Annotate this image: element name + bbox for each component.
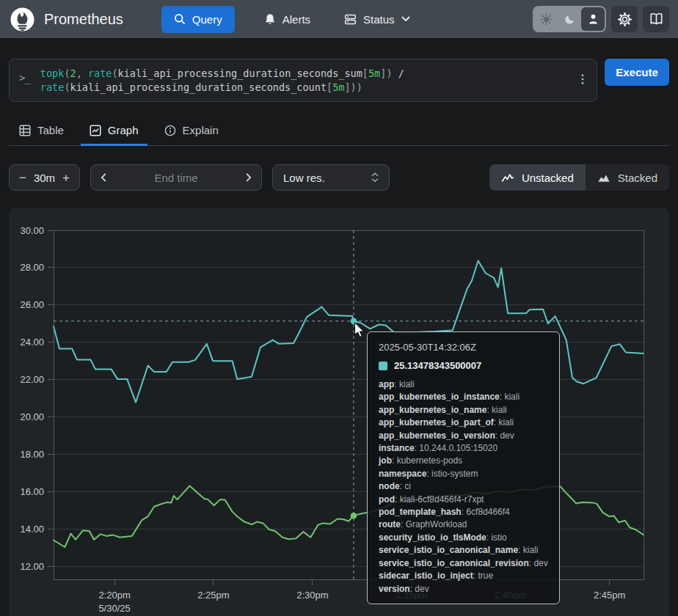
tooltip-label-row: instance: 10.244.0.105:15020 xyxy=(379,442,548,455)
y-tick-label: 22.00 xyxy=(20,374,44,385)
gear-icon xyxy=(618,12,632,26)
theme-auto-button[interactable] xyxy=(581,7,605,31)
y-tick-label: 16.00 xyxy=(20,486,44,497)
query-expression-text: topk(2, rate(kiali_api_processing_durati… xyxy=(33,59,426,101)
table-icon xyxy=(19,125,31,136)
chevron-right-icon xyxy=(246,173,252,182)
query-token: ( xyxy=(64,67,70,79)
tooltip-label-row: node: ci xyxy=(379,480,548,493)
query-token: ] xyxy=(344,81,350,93)
stacked-button[interactable]: Stacked xyxy=(586,164,669,191)
info-icon xyxy=(164,125,176,136)
query-token: rate xyxy=(40,81,65,93)
chevron-left-icon xyxy=(101,173,106,182)
resolution-value: Low res. xyxy=(283,172,325,184)
y-tick-label: 12.00 xyxy=(20,561,44,572)
query-token: kiali_api_processing_duration_seconds_co… xyxy=(70,81,327,93)
chevron-down-icon xyxy=(401,16,410,22)
nav-status-label: Status xyxy=(363,13,395,26)
graph-panel: 30.0028.0026.0024.0022.0020.0018.0016.00… xyxy=(9,208,669,616)
tooltip-labels: app: kialiapp_kubernetes_io_instance: ki… xyxy=(379,378,548,595)
end-time-placeholder: End time xyxy=(154,172,197,184)
settings-button[interactable] xyxy=(611,6,638,32)
tooltip-label-row: route: GraphWorkload xyxy=(379,518,548,531)
tooltip-label-row: pod: kiali-6cf8d466f4-r7xpt xyxy=(379,494,548,506)
tab-graph[interactable]: Graph xyxy=(81,118,147,145)
server-icon xyxy=(344,13,357,26)
y-tick-label: 18.00 xyxy=(20,449,44,460)
query-token: ( xyxy=(64,81,70,93)
prompt-icon: >_ xyxy=(10,59,33,101)
tooltip-label-row: app: kiali xyxy=(379,378,548,391)
tooltip-label-row: app_kubernetes_io_name: kiali xyxy=(379,404,548,417)
x-tick-label: 2:20pm xyxy=(98,590,130,601)
tab-table[interactable]: Table xyxy=(10,118,73,145)
graph-icon xyxy=(90,125,101,136)
theme-dark-button[interactable] xyxy=(558,7,581,31)
tooltip-label-row: version: dev xyxy=(379,583,548,595)
query-token: 5m xyxy=(332,81,344,93)
end-time-back-button[interactable] xyxy=(101,173,106,182)
main-content: >_ topk(2, rate(kiali_api_processing_dur… xyxy=(0,59,678,616)
book-icon xyxy=(649,12,663,26)
query-expression-input[interactable]: >_ topk(2, rate(kiali_api_processing_dur… xyxy=(9,59,597,102)
y-tick-label: 20.00 xyxy=(20,411,44,422)
end-time-forward-button[interactable] xyxy=(246,173,252,182)
stack-toggle-group: Unstacked Stacked xyxy=(489,164,669,191)
nav-alerts-link[interactable]: Alerts xyxy=(260,12,315,26)
tooltip-label-row: sidecar_istio_io_inject: true xyxy=(379,570,548,582)
tooltip-label-row: namespace: istio-system xyxy=(379,468,548,480)
query-token: [ xyxy=(327,81,332,93)
nav-query-button[interactable]: Query xyxy=(161,6,235,33)
query-token: ( xyxy=(112,67,117,79)
docs-button[interactable] xyxy=(643,6,669,32)
top-navbar: Prometheus Query Alerts Status xyxy=(0,0,678,38)
query-token: rate xyxy=(88,67,112,79)
select-chevrons-icon xyxy=(371,172,379,183)
bell-icon xyxy=(264,13,276,26)
unstacked-label: Unstacked xyxy=(522,172,574,184)
query-token: 2 xyxy=(70,67,76,79)
area-chart-icon xyxy=(597,172,610,183)
series-swatch xyxy=(379,362,387,370)
query-token: kiali_api_processing_duration_seconds_su… xyxy=(118,67,362,79)
brand[interactable]: Prometheus xyxy=(10,7,123,32)
person-icon xyxy=(588,13,599,25)
query-token: [ xyxy=(362,67,368,79)
x-tick-label: 2:30pm xyxy=(296,590,328,601)
sun-icon xyxy=(540,13,553,26)
tab-explain[interactable]: Explain xyxy=(156,118,227,145)
query-token: topk xyxy=(40,67,65,79)
query-options-kebab[interactable]: ⋮ xyxy=(577,72,588,87)
range-value[interactable]: 30m xyxy=(34,172,55,184)
x-tick-label: 2:25pm xyxy=(197,590,229,601)
range-decrease-button[interactable]: − xyxy=(19,172,26,184)
nav-alerts-label: Alerts xyxy=(282,13,310,26)
graph-controls: − 30m + End time Low res. xyxy=(9,164,669,191)
y-tick-label: 24.00 xyxy=(20,337,44,348)
tooltip-timestamp: 2025-05-30T14:32:06Z xyxy=(379,342,548,353)
theme-light-button[interactable] xyxy=(534,7,558,31)
query-token: , xyxy=(76,67,88,79)
unstacked-button[interactable]: Unstacked xyxy=(489,164,586,191)
tooltip-label-row: service_istio_io_canonical_revision: dev xyxy=(379,557,548,570)
tooltip-label-row: job: kubernetes-pods xyxy=(379,455,548,467)
execute-button[interactable]: Execute xyxy=(605,59,669,86)
range-stepper: − 30m + xyxy=(9,164,80,191)
tooltip-label-row: pod_template_hash: 6cf8d466f4 xyxy=(379,506,548,518)
tab-table-label: Table xyxy=(37,124,64,136)
brand-title: Prometheus xyxy=(44,11,123,28)
query-token: / xyxy=(398,67,404,79)
tooltip-label-row: app_kubernetes_io_part_of: kiali xyxy=(379,417,548,429)
moon-icon xyxy=(564,14,575,25)
tooltip-label-row: security_istio_io_tlsMode: istio xyxy=(379,532,548,544)
nav-status-menu[interactable]: Status xyxy=(340,12,415,26)
resolution-select[interactable]: Low res. xyxy=(272,164,390,191)
range-increase-button[interactable]: + xyxy=(62,172,70,184)
tooltip-value-row: 25.13478343500007 xyxy=(379,360,548,371)
query-token: 5m xyxy=(368,67,380,79)
time-series-chart[interactable]: 30.0028.0026.0024.0022.0020.0018.0016.00… xyxy=(9,208,669,616)
query-token: )) xyxy=(351,81,362,93)
search-icon xyxy=(174,13,186,25)
end-time-input[interactable]: End time xyxy=(90,164,262,191)
